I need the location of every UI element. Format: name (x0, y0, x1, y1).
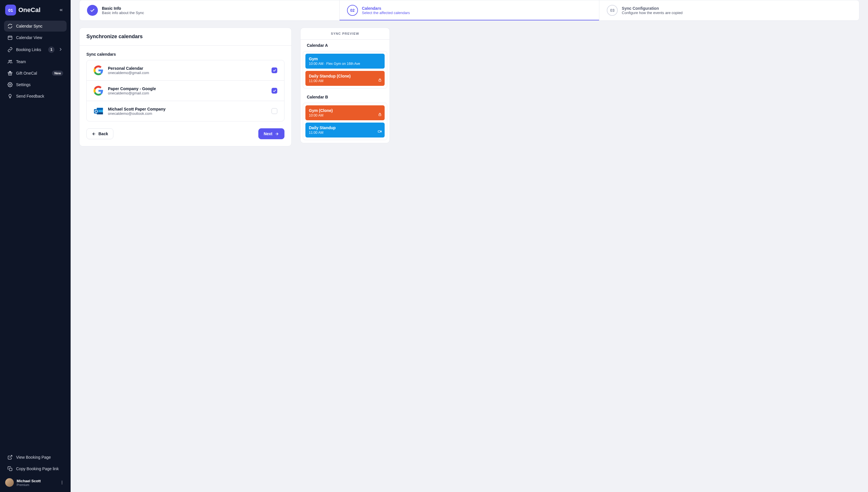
preview-event: Gym (Clone) 10:00 AM (305, 105, 385, 120)
calendar-name: Personal Calendar (108, 66, 149, 71)
sidebar: 01 OneCal Calendar Sync Calendar View Bo… (0, 0, 71, 492)
preview-event: Daily Standup 11:00 AM (305, 123, 385, 138)
chevron-right-icon (58, 47, 63, 53)
calendar-row[interactable]: Michael Scott Paper Company onecaldemo@o… (87, 101, 284, 121)
svg-rect-6 (9, 468, 12, 471)
sync-card: Synchronize calendars Sync calendars Per… (79, 28, 292, 146)
calendar-email: onecaldemo@gmail.com (108, 71, 149, 75)
event-subtitle: 11:00 AM (309, 79, 381, 83)
nav-label: Gift OneCal (16, 71, 37, 75)
sidebar-item-feedback[interactable]: Send Feedback (4, 91, 67, 102)
nav-label: Send Feedback (16, 94, 44, 98)
sidebar-item-view-booking-page[interactable]: View Booking Page (4, 452, 67, 463)
sync-preview-panel: SYNC PREVIEW Calendar A Gym 10:00 AM · F… (300, 28, 390, 143)
preview-events-a: Gym 10:00 AM · Flex Gym on 16th Ave Dail… (303, 51, 387, 89)
preview-section-label: Calendar A (300, 40, 390, 51)
logo-mark: 01 (5, 5, 16, 16)
preview-header: SYNC PREVIEW (300, 28, 390, 40)
calendar-row[interactable]: Paper Company - Google onecaldemo@gmail.… (87, 81, 284, 101)
arrow-right-icon (275, 132, 279, 136)
calendar-icon (7, 35, 13, 40)
outlook-icon (94, 106, 103, 116)
calendar-checkbox[interactable] (272, 108, 277, 114)
sidebar-item-settings[interactable]: Settings (4, 79, 67, 90)
main: Basic Info Basic info about the Sync 02 … (71, 0, 868, 492)
content-row: Synchronize calendars Sync calendars Per… (71, 21, 868, 492)
avatar (5, 478, 14, 487)
link-icon (7, 47, 13, 52)
svg-rect-0 (8, 36, 12, 40)
step-basic-info[interactable]: Basic Info Basic info about the Sync (79, 0, 340, 20)
new-badge: New (52, 71, 63, 76)
event-title: Gym (309, 56, 381, 61)
calendar-checkbox[interactable] (272, 68, 277, 73)
primary-nav: Calendar Sync Calendar View Booking Link… (0, 18, 71, 104)
collapse-sidebar-button[interactable] (57, 6, 66, 14)
step-subtitle: Basic info about the Sync (102, 10, 144, 15)
event-title: Daily Standup (Clone) (309, 74, 381, 78)
card-actions: Back Next (86, 128, 284, 139)
lightbulb-icon (7, 94, 13, 99)
step-number-bubble: 02 (347, 5, 358, 16)
stepper: Basic Info Basic info about the Sync 02 … (79, 0, 860, 21)
kebab-icon (60, 480, 64, 485)
event-subtitle: 10:00 AM · Flex Gym on 16th Ave (309, 62, 381, 66)
preview-events-b: Gym (Clone) 10:00 AM Daily Standup 11:00… (303, 103, 387, 140)
sidebar-item-gift[interactable]: Gift OneCal New (4, 68, 67, 79)
sidebar-item-calendar-sync[interactable]: Calendar Sync (4, 21, 67, 31)
svg-point-1 (9, 60, 10, 62)
svg-point-4 (9, 84, 11, 85)
chevron-double-left-icon (59, 8, 64, 13)
step-title: Basic Info (102, 6, 144, 10)
sidebar-item-booking-links[interactable]: Booking Links 1 (4, 44, 67, 56)
calendar-name: Michael Scott Paper Company (108, 107, 166, 112)
sidebar-item-team[interactable]: Team (4, 56, 67, 67)
step-sync-config[interactable]: 03 Sync Configuration Configure how the … (599, 0, 859, 20)
nav-label: Team (16, 59, 26, 64)
step-number-bubble: 03 (607, 5, 618, 16)
google-icon (94, 66, 103, 75)
check-icon (273, 89, 276, 93)
copy-icon (7, 466, 13, 471)
sidebar-item-calendar-view[interactable]: Calendar View (4, 32, 67, 43)
sidebar-bottom-nav: View Booking Page Copy Booking Page link (0, 449, 71, 474)
nav-label: Calendar View (16, 35, 42, 40)
event-subtitle: 11:00 AM (309, 131, 381, 134)
step-done-bubble (87, 5, 98, 16)
preview-section-label: Calendar B (300, 91, 390, 103)
gear-icon (7, 82, 13, 87)
sync-icon (7, 24, 13, 29)
list-label: Sync calendars (86, 52, 284, 56)
back-button[interactable]: Back (86, 128, 114, 139)
profile-name: Michael Scott (17, 479, 41, 483)
check-icon (90, 8, 95, 13)
nav-label: Booking Links (16, 47, 41, 52)
team-icon (7, 59, 13, 64)
preview-event: Gym 10:00 AM · Flex Gym on 16th Ave (305, 54, 385, 69)
button-label: Back (98, 131, 108, 136)
calendar-list: Personal Calendar onecaldemo@gmail.com P… (86, 60, 284, 121)
lock-icon (378, 112, 382, 117)
nav-label: Copy Booking Page link (16, 466, 59, 471)
profile-menu-button[interactable] (58, 479, 66, 486)
calendar-checkbox[interactable] (272, 88, 277, 94)
lock-icon (378, 78, 382, 83)
check-icon (273, 69, 276, 72)
step-title: Sync Configuration (622, 6, 683, 10)
profile-row: Michael Scott Premium (0, 474, 71, 492)
next-button[interactable]: Next (258, 128, 284, 139)
event-title: Daily Standup (309, 125, 381, 130)
svg-point-9 (62, 484, 62, 484)
sidebar-item-copy-booking-link[interactable]: Copy Booking Page link (4, 463, 67, 474)
step-subtitle: Select the affected calendars (362, 10, 410, 15)
nav-label: View Booking Page (16, 455, 51, 460)
sidebar-header: 01 OneCal (0, 0, 71, 18)
svg-rect-13 (94, 109, 98, 114)
calendar-name: Paper Company - Google (108, 87, 156, 91)
svg-point-2 (10, 60, 12, 61)
nav-label: Calendar Sync (16, 24, 43, 28)
google-icon (94, 86, 103, 96)
event-subtitle: 10:00 AM (309, 114, 381, 117)
step-calendars[interactable]: 02 Calendars Select the affected calenda… (340, 0, 600, 20)
calendar-row[interactable]: Personal Calendar onecaldemo@gmail.com (87, 60, 284, 81)
